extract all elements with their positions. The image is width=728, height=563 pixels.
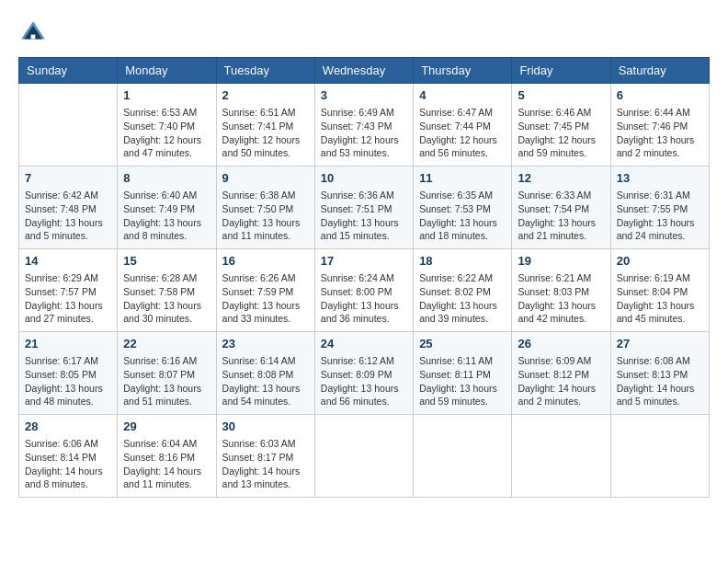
day-number: 29 [123, 419, 210, 435]
day-number: 8 [123, 170, 210, 187]
calendar-cell: 26Sunrise: 6:09 AMSunset: 8:12 PMDayligh… [512, 332, 610, 415]
day-number: 5 [518, 87, 604, 104]
day-info: Sunset: 8:03 PM [518, 285, 604, 299]
day-info: Sunrise: 6:09 AM [518, 354, 604, 368]
calendar-cell: 14Sunrise: 6:29 AMSunset: 7:57 PMDayligh… [19, 249, 118, 332]
day-info: and 45 minutes. [617, 312, 703, 326]
day-info: Sunset: 7:54 PM [518, 202, 604, 216]
day-header-saturday: Saturday [610, 58, 709, 84]
calendar-cell: 10Sunrise: 6:36 AMSunset: 7:51 PMDayligh… [314, 167, 413, 249]
day-info: Sunrise: 6:17 AM [25, 354, 111, 368]
calendar-cell: 21Sunrise: 6:17 AMSunset: 8:05 PMDayligh… [19, 332, 118, 415]
day-info: Sunrise: 6:33 AM [518, 189, 604, 202]
calendar-cell: 16Sunrise: 6:26 AMSunset: 7:59 PMDayligh… [216, 249, 314, 332]
day-number: 15 [123, 253, 210, 270]
day-info: Sunset: 7:45 PM [518, 120, 604, 133]
day-info: and 2 minutes. [617, 146, 703, 160]
day-info: Sunset: 8:00 PM [321, 285, 407, 299]
day-info: Daylight: 13 hours [321, 382, 407, 396]
day-info: Sunset: 7:49 PM [123, 202, 210, 216]
day-info: Sunset: 7:40 PM [123, 120, 210, 133]
day-info: Daylight: 13 hours [222, 382, 309, 396]
day-info: Sunrise: 6:49 AM [321, 106, 407, 120]
day-info: and 56 minutes. [419, 146, 506, 160]
day-info: Sunrise: 6:31 AM [617, 189, 703, 202]
day-info: Sunrise: 6:47 AM [419, 106, 506, 120]
day-info: Sunrise: 6:26 AM [222, 271, 309, 285]
day-info: and 48 minutes. [25, 395, 111, 408]
day-number: 11 [419, 170, 506, 187]
day-info: Sunset: 8:17 PM [222, 451, 309, 465]
calendar-cell [414, 415, 512, 498]
calendar-cell: 19Sunrise: 6:21 AMSunset: 8:03 PMDayligh… [512, 249, 610, 332]
day-info: Sunset: 8:02 PM [419, 285, 506, 299]
day-info: Daylight: 12 hours [123, 133, 210, 147]
day-number: 27 [617, 336, 703, 352]
logo-icon [18, 18, 48, 48]
day-number: 21 [25, 336, 111, 352]
day-info: Daylight: 14 hours [518, 382, 604, 396]
calendar-cell: 27Sunrise: 6:08 AMSunset: 8:13 PMDayligh… [610, 332, 709, 415]
day-number: 26 [518, 336, 604, 352]
day-info: Daylight: 12 hours [222, 133, 309, 147]
day-info: Daylight: 12 hours [321, 133, 407, 147]
day-info: Sunset: 7:58 PM [123, 285, 210, 299]
calendar-cell: 3Sunrise: 6:49 AMSunset: 7:43 PMDaylight… [314, 84, 413, 167]
calendar-cell: 12Sunrise: 6:33 AMSunset: 7:54 PMDayligh… [512, 167, 610, 249]
day-info: Daylight: 13 hours [617, 133, 703, 147]
day-number: 23 [222, 336, 309, 352]
day-info: Sunrise: 6:35 AM [419, 189, 506, 202]
day-info: Sunset: 8:04 PM [617, 285, 703, 299]
day-info: and 33 minutes. [222, 312, 309, 326]
day-info: Sunset: 8:16 PM [123, 451, 210, 465]
day-info: Sunset: 7:46 PM [617, 120, 703, 133]
calendar-cell: 23Sunrise: 6:14 AMSunset: 8:08 PMDayligh… [216, 332, 314, 415]
day-number: 10 [321, 170, 407, 187]
day-number: 24 [321, 336, 407, 352]
day-header-monday: Monday [118, 58, 216, 84]
day-header-wednesday: Wednesday [314, 58, 413, 84]
day-number: 20 [617, 253, 703, 270]
day-number: 6 [617, 87, 703, 104]
day-info: and 21 minutes. [518, 229, 604, 243]
day-number: 28 [25, 419, 111, 435]
day-info: Sunset: 8:05 PM [25, 368, 111, 382]
day-info: and 56 minutes. [321, 395, 407, 408]
day-header-sunday: Sunday [19, 58, 118, 84]
day-info: Sunset: 8:09 PM [321, 368, 407, 382]
calendar-cell: 5Sunrise: 6:46 AMSunset: 7:45 PMDaylight… [512, 84, 610, 167]
calendar-cell: 29Sunrise: 6:04 AMSunset: 8:16 PMDayligh… [118, 415, 216, 498]
day-number: 25 [419, 336, 506, 352]
day-info: Sunrise: 6:29 AM [25, 271, 111, 285]
day-info: and 8 minutes. [123, 229, 210, 243]
day-info: and 36 minutes. [321, 312, 407, 326]
day-info: Sunset: 7:41 PM [222, 120, 309, 133]
calendar-cell [512, 415, 610, 498]
page-header [18, 18, 710, 48]
day-info: Sunrise: 6:53 AM [123, 106, 210, 120]
day-info: Daylight: 13 hours [419, 382, 506, 396]
day-info: Sunrise: 6:12 AM [321, 354, 407, 368]
day-info: Sunset: 7:51 PM [321, 202, 407, 216]
calendar-cell: 20Sunrise: 6:19 AMSunset: 8:04 PMDayligh… [610, 249, 709, 332]
day-info: Daylight: 13 hours [321, 299, 407, 313]
calendar-cell: 18Sunrise: 6:22 AMSunset: 8:02 PMDayligh… [414, 249, 512, 332]
day-number: 19 [518, 253, 604, 270]
day-info: Sunset: 8:13 PM [617, 368, 703, 382]
calendar-cell: 8Sunrise: 6:40 AMSunset: 7:49 PMDaylight… [118, 167, 216, 249]
day-info: and 5 minutes. [617, 395, 703, 408]
week-row-2: 7Sunrise: 6:42 AMSunset: 7:48 PMDaylight… [19, 167, 710, 249]
day-info: Daylight: 13 hours [123, 216, 210, 230]
calendar-cell: 30Sunrise: 6:03 AMSunset: 8:17 PMDayligh… [216, 415, 314, 498]
calendar-cell: 2Sunrise: 6:51 AMSunset: 7:41 PMDaylight… [216, 84, 314, 167]
day-info: Daylight: 13 hours [222, 216, 309, 230]
day-info: Sunrise: 6:46 AM [518, 106, 604, 120]
day-number: 30 [222, 419, 309, 435]
day-number: 2 [222, 87, 309, 104]
day-info: Sunset: 8:14 PM [25, 451, 111, 465]
day-info: Daylight: 13 hours [25, 382, 111, 396]
day-info: and 54 minutes. [222, 395, 309, 408]
day-info: Sunset: 7:43 PM [321, 120, 407, 133]
day-info: Sunset: 7:44 PM [419, 120, 506, 133]
day-info: Sunset: 7:55 PM [617, 202, 703, 216]
